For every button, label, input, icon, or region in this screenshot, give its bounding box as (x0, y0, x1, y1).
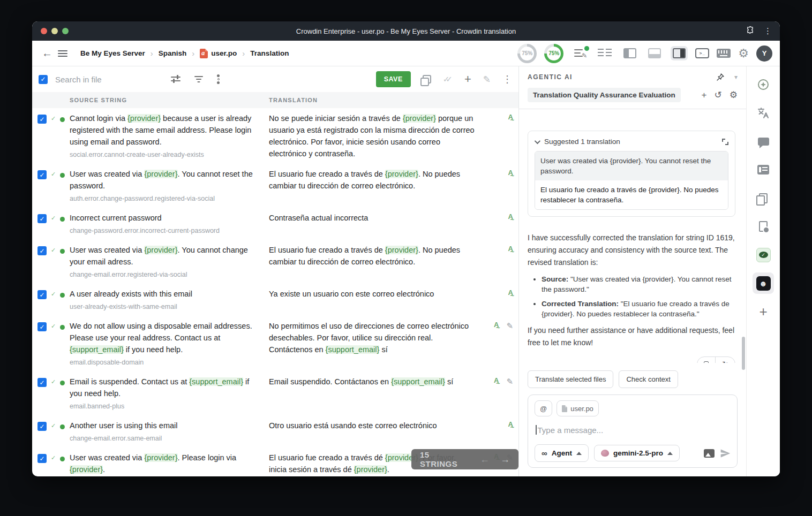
model-dropdown[interactable]: gemini-2.5-pro (594, 445, 680, 461)
new-chat-icon[interactable]: + (702, 90, 707, 101)
source-string[interactable]: Cannot login via {provider} because a us… (70, 112, 255, 148)
mention-button[interactable]: @ (535, 400, 552, 416)
row-checkbox[interactable]: ✓ (37, 246, 47, 255)
prev-page-icon[interactable]: ← (480, 454, 490, 465)
translate-icon[interactable] (753, 102, 774, 124)
copy-source-icon[interactable] (423, 75, 431, 84)
table-row[interactable]: ✓✓Incorrect current passwordchange-passw… (32, 208, 518, 240)
view-sidebar-right-button[interactable] (671, 46, 688, 60)
send-icon[interactable] (720, 448, 731, 459)
compose-notes-icon[interactable]: ✎ (574, 48, 588, 59)
translation-text[interactable]: Email suspendido. Contáctanos en {suppor… (269, 376, 476, 388)
attach-image-icon[interactable] (704, 449, 715, 458)
add-string-icon[interactable]: + (464, 72, 471, 86)
glossary-icon[interactable] (753, 187, 774, 209)
user-avatar[interactable]: Y (756, 45, 772, 62)
spellcheck-icon[interactable]: A (508, 421, 513, 428)
row-checkbox[interactable]: ✓ (37, 378, 47, 387)
breadcrumb-project[interactable]: Be My Eyes Server (80, 49, 145, 57)
add-app-icon[interactable]: + (753, 301, 774, 322)
breadcrumb-file[interactable]: user.po (200, 49, 237, 58)
edit-icon[interactable]: ✎ (483, 74, 491, 85)
row-checkbox[interactable]: ✓ (37, 214, 47, 223)
view-sidebar-left-button[interactable] (621, 46, 638, 60)
view-columns-button[interactable] (596, 46, 614, 60)
chevron-down-icon[interactable] (535, 138, 540, 143)
context-card-icon[interactable] (753, 159, 774, 180)
translation-text[interactable]: El usuario fue creado a través de {provi… (269, 168, 476, 192)
translation-text[interactable]: No se puede iniciar sesión a través de {… (269, 112, 476, 160)
regenerate-icon[interactable]: ↻ (715, 357, 735, 363)
translate-selected-files-button[interactable]: Translate selected files (528, 370, 613, 388)
collapse-panel-icon[interactable]: ▾ (734, 73, 738, 81)
settings-gear-icon[interactable]: ⚙ (738, 47, 749, 60)
ai-assistant-icon[interactable] (753, 74, 774, 95)
save-button[interactable]: SAVE (376, 71, 411, 87)
table-row[interactable]: ✓✓We do not allow using a disposable ema… (32, 316, 518, 371)
filter-settings-icon[interactable] (171, 75, 181, 83)
source-string[interactable]: User was created via {provider}. You can… (70, 244, 255, 268)
expand-icon[interactable] (722, 139, 728, 145)
extensions-icon[interactable] (746, 26, 755, 37)
search-input[interactable]: Search in file (55, 75, 157, 84)
prompt-tab[interactable]: Translation Quality Assurance Evaluation (528, 88, 681, 102)
table-row[interactable]: ✓✓Another user is using this emailchange… (32, 415, 518, 447)
panel-settings-icon[interactable]: ⚙ (730, 89, 738, 101)
file-info-icon[interactable] (753, 216, 774, 237)
translation-text[interactable]: Ya existe un usuario con este correo ele… (269, 288, 476, 300)
spellcheck-icon[interactable]: A (508, 113, 513, 121)
history-icon[interactable]: ↺ (715, 89, 722, 101)
menu-icon[interactable] (58, 50, 67, 57)
panel-scrollbar[interactable] (742, 337, 745, 370)
back-icon[interactable]: ← (40, 47, 55, 59)
attachment-chip[interactable]: user.po (557, 400, 599, 416)
edit-translation-icon[interactable]: ✎ (506, 377, 513, 386)
approve-all-icon[interactable]: ✓✓ (443, 74, 453, 84)
source-string[interactable]: User was created via {provider}. Please … (70, 452, 255, 475)
view-panel-bottom-button[interactable] (646, 46, 663, 60)
table-row[interactable]: ✓✓Cannot login via {provider} because a … (32, 108, 518, 164)
keyboard-shortcuts-icon[interactable] (717, 49, 731, 58)
source-string[interactable]: Another user is using this email (70, 420, 255, 431)
source-string[interactable]: A user already exists with this email (70, 288, 255, 300)
spellcheck-icon[interactable]: A (494, 321, 499, 329)
more-options-icon[interactable]: ⋮ (502, 73, 512, 85)
terminal-icon[interactable]: >_ (695, 48, 709, 58)
row-checkbox[interactable]: ✓ (37, 290, 47, 299)
approval-progress-ring[interactable]: 75% (544, 44, 563, 63)
translation-text[interactable]: Contraseña actual incorrecta (269, 212, 476, 224)
suggestion-translation[interactable]: El usuario fue creado a través de {provi… (535, 180, 728, 209)
translation-text[interactable]: Otro usuario está usando este correo ele… (269, 420, 476, 431)
spellcheck-icon[interactable]: A (508, 245, 513, 253)
row-checkbox[interactable]: ✓ (37, 115, 47, 124)
row-checkbox[interactable]: ✓ (37, 454, 47, 463)
breadcrumb-mode[interactable]: Translation (250, 49, 289, 57)
string-order-icon[interactable] (217, 74, 220, 84)
table-row[interactable]: ✓✓User was created via {provider}. You c… (32, 164, 518, 208)
row-checkbox[interactable]: ✓ (37, 422, 47, 431)
spellcheck-icon[interactable]: A (508, 289, 513, 297)
select-all-checkbox[interactable]: ✓ (39, 75, 48, 84)
filter-icon[interactable] (194, 75, 203, 83)
source-string[interactable]: Incorrect current password (70, 212, 255, 224)
copy-message-icon[interactable] (697, 357, 715, 363)
row-checkbox[interactable]: ✓ (37, 322, 47, 331)
check-context-button[interactable]: Check context (619, 370, 678, 388)
agent-mode-dropdown[interactable]: ∞Agent (535, 444, 589, 462)
table-row[interactable]: ✓✓A user already exists with this emailu… (32, 284, 518, 316)
next-page-icon[interactable]: → (500, 454, 510, 465)
translation-progress-ring[interactable]: 75% (517, 44, 537, 63)
comments-icon[interactable] (753, 131, 774, 152)
spellcheck-icon[interactable]: A (508, 213, 513, 221)
qa-app-icon[interactable]: ✓ (753, 244, 774, 265)
source-string[interactable]: We do not allow using a disposable email… (70, 320, 255, 355)
source-string[interactable]: User was created via {provider}. You can… (70, 168, 255, 192)
breadcrumb-language[interactable]: Spanish (159, 49, 187, 57)
message-input[interactable]: Type a message... (536, 425, 730, 435)
agentic-ai-app-icon[interactable]: ☻ (753, 272, 774, 294)
translation-text[interactable]: El usuario fue creado a través de {provi… (269, 244, 476, 268)
table-row[interactable]: ✓✓Email is suspended. Contact us at {sup… (32, 371, 518, 415)
source-string[interactable]: Email is suspended. Contact us at {suppo… (70, 376, 255, 399)
row-checkbox[interactable]: ✓ (37, 170, 47, 179)
translation-text[interactable]: No permitimos el uso de direcciones de c… (269, 320, 476, 355)
